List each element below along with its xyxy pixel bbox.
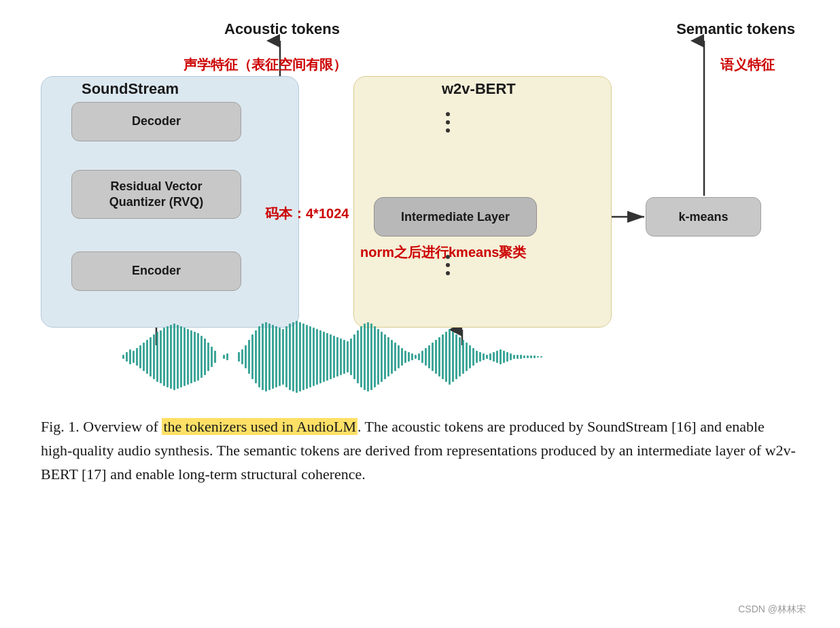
svg-rect-101 xyxy=(449,329,451,385)
svg-rect-46 xyxy=(262,324,264,390)
svg-rect-90 xyxy=(411,353,413,360)
svg-rect-17 xyxy=(150,337,152,377)
w2vbert-label: w2v-BERT xyxy=(442,80,516,98)
svg-rect-30 xyxy=(194,332,196,382)
svg-rect-127 xyxy=(537,356,539,357)
svg-rect-113 xyxy=(489,353,491,360)
semantic-tokens-label: Semantic tokens xyxy=(676,20,795,38)
svg-rect-111 xyxy=(483,353,485,360)
svg-rect-16 xyxy=(146,340,148,374)
svg-rect-53 xyxy=(285,326,287,387)
svg-rect-19 xyxy=(156,332,158,382)
svg-rect-72 xyxy=(350,338,352,375)
svg-rect-115 xyxy=(496,351,498,363)
svg-rect-124 xyxy=(527,355,529,358)
svg-rect-84 xyxy=(391,340,393,374)
svg-rect-70 xyxy=(343,340,345,374)
svg-rect-23 xyxy=(170,325,172,389)
svg-rect-54 xyxy=(289,324,291,390)
codebook-label: 码本：4*1024 xyxy=(265,205,349,223)
svg-rect-100 xyxy=(445,332,447,382)
soundstream-label: SoundStream xyxy=(82,80,179,98)
svg-rect-74 xyxy=(357,330,359,383)
svg-rect-123 xyxy=(523,355,525,358)
svg-rect-118 xyxy=(506,352,508,362)
svg-rect-32 xyxy=(200,336,203,378)
encoder-box: Encoder xyxy=(71,251,241,291)
svg-rect-77 xyxy=(367,322,369,391)
svg-rect-69 xyxy=(340,338,342,375)
svg-rect-87 xyxy=(401,348,403,366)
svg-rect-61 xyxy=(313,328,315,386)
svg-rect-103 xyxy=(455,334,457,379)
waveform-container xyxy=(122,319,544,394)
svg-rect-26 xyxy=(180,326,182,387)
svg-rect-12 xyxy=(133,351,135,363)
svg-rect-91 xyxy=(415,355,417,359)
svg-rect-37 xyxy=(223,355,225,359)
svg-rect-24 xyxy=(173,324,175,390)
svg-rect-128 xyxy=(540,356,542,357)
svg-rect-40 xyxy=(241,349,243,364)
intermediate-layer-box: Intermediate Layer xyxy=(374,197,537,237)
svg-rect-38 xyxy=(226,353,228,360)
svg-rect-62 xyxy=(316,329,318,385)
svg-rect-98 xyxy=(438,337,440,377)
chinese-acoustic-label: 声学特征（表征空间有限） xyxy=(183,56,347,74)
svg-rect-94 xyxy=(425,348,427,366)
svg-rect-59 xyxy=(306,325,308,389)
svg-rect-88 xyxy=(404,351,406,363)
svg-rect-83 xyxy=(387,337,389,377)
svg-rect-20 xyxy=(160,330,162,383)
svg-rect-126 xyxy=(533,355,536,358)
svg-rect-112 xyxy=(486,355,488,359)
svg-rect-73 xyxy=(353,334,355,379)
norm-label: norm之后进行kmeans聚类 xyxy=(360,243,527,262)
svg-rect-114 xyxy=(493,352,495,362)
svg-rect-45 xyxy=(258,326,260,387)
svg-rect-76 xyxy=(364,324,366,390)
waveform-svg xyxy=(122,319,544,394)
svg-rect-60 xyxy=(309,326,311,387)
dots-top xyxy=(446,112,450,133)
svg-rect-35 xyxy=(211,347,213,367)
svg-rect-64 xyxy=(323,332,325,382)
caption-text1: Overview of xyxy=(80,418,162,435)
svg-rect-63 xyxy=(319,330,321,383)
kmeans-box: k-means xyxy=(646,197,761,237)
svg-rect-97 xyxy=(435,340,437,374)
svg-rect-52 xyxy=(282,329,284,385)
svg-rect-66 xyxy=(330,334,332,379)
rvq-label: Residual VectorQuantizer (RVQ) xyxy=(109,179,204,211)
svg-rect-96 xyxy=(432,343,434,371)
svg-rect-117 xyxy=(503,351,505,363)
svg-rect-86 xyxy=(398,345,400,368)
svg-rect-107 xyxy=(469,345,471,368)
svg-rect-56 xyxy=(296,321,298,393)
svg-rect-47 xyxy=(265,322,267,391)
svg-rect-49 xyxy=(272,325,274,389)
svg-rect-119 xyxy=(510,353,512,360)
svg-rect-109 xyxy=(476,351,478,363)
svg-rect-58 xyxy=(302,324,304,390)
svg-rect-78 xyxy=(370,324,372,390)
svg-rect-92 xyxy=(418,353,420,360)
svg-rect-122 xyxy=(520,355,522,359)
svg-rect-25 xyxy=(177,325,179,389)
svg-rect-71 xyxy=(347,341,349,372)
caption-highlighted: the tokenizers used in AudioLM xyxy=(162,418,357,435)
svg-rect-33 xyxy=(204,338,206,375)
svg-rect-67 xyxy=(333,336,335,378)
svg-rect-89 xyxy=(408,352,410,362)
svg-rect-82 xyxy=(384,334,386,379)
svg-rect-85 xyxy=(394,343,396,371)
svg-rect-9 xyxy=(122,355,124,359)
svg-rect-120 xyxy=(513,355,515,359)
watermark: CSDN @林林宋 xyxy=(738,604,806,616)
svg-rect-51 xyxy=(279,328,281,386)
svg-rect-14 xyxy=(139,345,141,368)
svg-rect-95 xyxy=(428,345,430,368)
svg-rect-10 xyxy=(126,352,128,362)
svg-rect-81 xyxy=(381,332,383,382)
svg-rect-68 xyxy=(336,337,338,377)
